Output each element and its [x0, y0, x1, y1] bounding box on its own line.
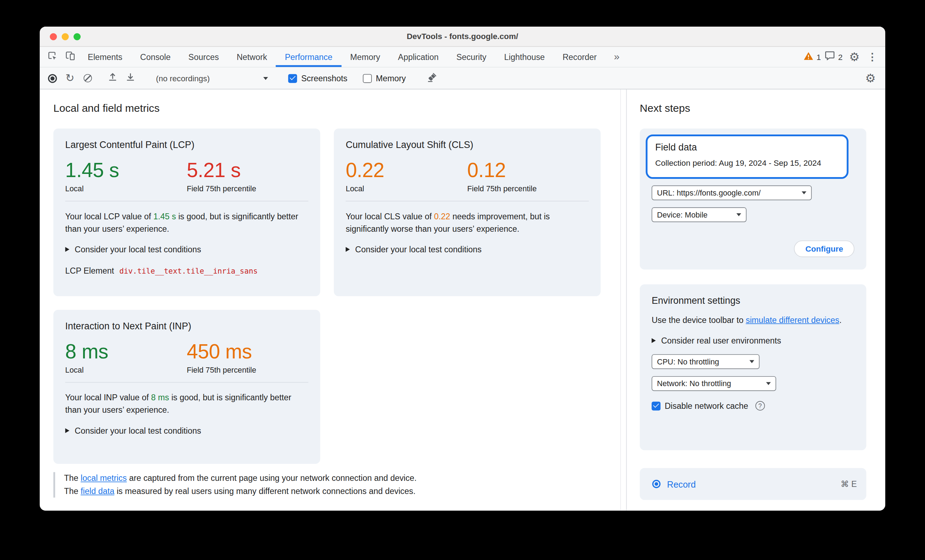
cpu-throttling-select[interactable]: CPU: No throttling — [651, 354, 759, 369]
memory-toggle[interactable]: Memory — [363, 74, 406, 83]
devtools-window: DevTools - fonts.google.com/ — [40, 27, 885, 510]
tab-application[interactable]: Application — [389, 47, 447, 67]
screenshots-label: Screenshots — [301, 74, 347, 83]
lcp-local-label: Local — [65, 184, 187, 193]
field-data-link[interactable]: field data — [81, 486, 114, 496]
inp-local-value: 8 ms — [65, 341, 187, 363]
environment-settings-title: Environment settings — [651, 296, 854, 306]
zoom-button[interactable] — [74, 33, 81, 40]
record-card[interactable]: Record ⌘ E — [640, 468, 866, 500]
device-select[interactable]: Device: Mobile — [651, 207, 746, 222]
chevron-down-icon — [263, 77, 268, 80]
inp-local-label: Local — [65, 366, 187, 374]
more-tabs-button[interactable]: » — [606, 47, 628, 67]
minimize-button[interactable] — [62, 33, 69, 40]
warning-count: 1 — [816, 53, 821, 62]
tab-label: Network — [237, 52, 267, 62]
page-title: Local and field metrics — [53, 102, 160, 115]
url-select[interactable]: URL: https://fonts.google.com/ — [651, 185, 812, 200]
tab-lighthouse[interactable]: Lighthouse — [495, 47, 553, 67]
warnings-badge[interactable]: 1 — [803, 51, 821, 63]
inspect-element-button[interactable] — [43, 47, 61, 67]
save-profile-button[interactable] — [122, 71, 139, 86]
disclosure-triangle-icon — [65, 428, 69, 433]
field-data-period: Collection period: Aug 19, 2024 - Sep 15… — [655, 158, 834, 169]
tab-recorder[interactable]: Recorder — [554, 47, 606, 67]
field-data-highlight-box: Field data Collection period: Aug 19, 20… — [646, 135, 849, 179]
disclosure-triangle-icon — [346, 247, 350, 252]
simulate-devices-link[interactable]: simulate different devices — [746, 315, 839, 325]
tab-network[interactable]: Network — [228, 47, 276, 67]
chevron-down-icon — [766, 382, 771, 385]
tab-elements[interactable]: Elements — [79, 47, 131, 67]
footnote-text: The — [64, 473, 81, 483]
download-icon — [126, 72, 136, 84]
memory-checkbox[interactable] — [363, 74, 372, 83]
recordings-select[interactable]: (no recordings) — [151, 71, 273, 86]
load-profile-button[interactable] — [104, 71, 122, 86]
disable-cache-checkbox[interactable] — [651, 401, 660, 410]
cls-disclosure[interactable]: Consider your local test conditions — [346, 245, 589, 254]
metrics-footnote: The local metrics are captured from the … — [53, 472, 516, 497]
chevron-down-icon — [802, 191, 806, 194]
tab-security[interactable]: Security — [447, 47, 496, 67]
disable-cache-toggle[interactable]: Disable network cache ? — [651, 401, 854, 411]
issues-count: 2 — [838, 53, 842, 62]
tab-console[interactable]: Console — [131, 47, 179, 67]
disclosure-triangle-icon — [65, 247, 69, 252]
lcp-values: 1.45 s Local 5.21 s Field 75th percentil… — [65, 159, 308, 193]
screenshots-checkbox[interactable] — [288, 74, 297, 83]
tab-label: Security — [456, 52, 486, 62]
lcp-card: Largest Contentful Paint (LCP) 1.45 s Lo… — [53, 129, 320, 296]
inp-disclosure[interactable]: Consider your local test conditions — [65, 426, 308, 435]
inp-description: Your local INP value of 8 ms is good, bu… — [65, 392, 308, 416]
issues-badge[interactable]: 2 — [825, 51, 842, 63]
reload-and-record-button[interactable]: ↻ — [61, 71, 79, 86]
lcp-disclosure[interactable]: Consider your local test conditions — [65, 245, 308, 254]
lcp-field-label: Field 75th percentile — [187, 184, 308, 193]
tab-performance[interactable]: Performance — [276, 47, 341, 67]
cls-description-value: 0.22 — [434, 212, 450, 221]
local-metrics-link[interactable]: local metrics — [81, 473, 127, 483]
collect-garbage-icon — [427, 72, 438, 84]
left-pane-scrollbar[interactable] — [620, 89, 621, 510]
tab-label: Recorder — [563, 52, 597, 62]
cls-field-column: 0.12 Field 75th percentile — [467, 159, 589, 193]
tab-memory[interactable]: Memory — [341, 47, 389, 67]
footnote-line-1: The local metrics are captured from the … — [64, 472, 516, 485]
collect-garbage-button[interactable] — [423, 71, 441, 86]
inp-description-value: 8 ms — [151, 393, 169, 402]
clear-icon — [83, 74, 92, 83]
tab-sources[interactable]: Sources — [179, 47, 228, 67]
environment-text: Use the device toolbar to — [651, 315, 746, 325]
cls-card: Cumulative Layout Shift (CLS) 0.22 Local… — [334, 129, 601, 296]
screenshots-toggle[interactable]: Screenshots — [288, 74, 347, 83]
disclosure-triangle-icon — [651, 338, 656, 343]
window-titlebar: DevTools - fonts.google.com/ — [40, 27, 885, 47]
inp-card: Interaction to Next Paint (INP) 8 ms Loc… — [53, 310, 320, 464]
lcp-title: Largest Contentful Paint (LCP) — [65, 140, 308, 150]
lcp-element-link[interactable]: div.tile__text.tile__inria_sans — [119, 267, 258, 275]
reload-icon: ↻ — [65, 73, 74, 83]
device-toolbar-button[interactable] — [61, 47, 79, 67]
clear-button[interactable] — [79, 71, 96, 86]
memory-label: Memory — [376, 74, 406, 83]
gear-icon: ⚙ — [849, 50, 860, 64]
divider — [65, 201, 308, 201]
url-select-value: URL: https://fonts.google.com/ — [657, 188, 761, 197]
record-button[interactable] — [43, 71, 61, 86]
cls-description-prefix: Your local CLS value of — [346, 212, 434, 221]
settings-button[interactable]: ⚙ — [847, 50, 862, 65]
more-options-button[interactable]: ⋮ — [866, 50, 878, 65]
capture-settings-button[interactable]: ⚙ — [863, 71, 878, 86]
cls-local-label: Local — [346, 184, 467, 193]
environments-disclosure[interactable]: Consider real user environments — [651, 336, 854, 345]
environment-description: Use the device toolbar to simulate diffe… — [651, 314, 848, 326]
performance-toolbar: ↻ (no recordings) — [40, 68, 885, 89]
close-button[interactable] — [50, 33, 57, 40]
tab-label: Lighthouse — [504, 52, 545, 62]
network-throttling-select[interactable]: Network: No throttling — [651, 376, 776, 391]
inp-field-label: Field 75th percentile — [187, 366, 308, 374]
configure-button[interactable]: Configure — [794, 240, 854, 257]
help-icon[interactable]: ? — [755, 401, 765, 411]
